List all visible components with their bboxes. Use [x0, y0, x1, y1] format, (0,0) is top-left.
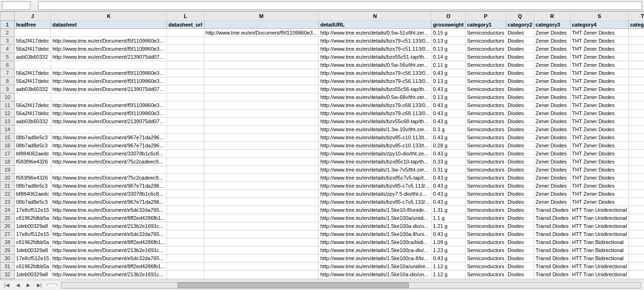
cell-m[interactable] [204, 222, 318, 230]
cell-s[interactable]: THT Zener Diodes [570, 166, 628, 174]
cell-k[interactable]: http://www.tme.eu/en/Document/2139075dd0… [51, 118, 167, 126]
cell-j[interactable]: leadfree [15, 21, 51, 29]
cell-p[interactable]: Semiconductors [465, 238, 506, 246]
cell-n[interactable]: detailURL [318, 21, 431, 29]
cell-k[interactable] [51, 166, 167, 174]
cell-o[interactable]: 1.1 g [432, 214, 466, 222]
cell-l[interactable] [167, 206, 204, 214]
cell-m[interactable] [204, 182, 318, 190]
cell-n[interactable]: http://www.tme.eu/en/details/1.5ke100ca-… [318, 246, 431, 254]
cell-n[interactable]: http://www.tme.eu/en/details/bzx79-c56.1… [318, 69, 431, 77]
cell-o[interactable]: 0.43 g [432, 198, 466, 206]
tab-nav-next[interactable]: ▶ [25, 282, 32, 288]
cell-s[interactable]: HTT Tran Unidirectional [570, 214, 628, 222]
cell-l[interactable] [167, 109, 204, 118]
cell-j[interactable]: 17e8cf512e15 [15, 230, 51, 238]
cell-s[interactable]: THT Zener Diodes [570, 134, 628, 142]
cell-l[interactable] [167, 198, 204, 206]
cell-m[interactable] [204, 126, 318, 134]
cell-t[interactable] [628, 182, 644, 190]
cell-n[interactable]: http://www.tme.eu/en/details/bzv85-c7v5.… [318, 182, 431, 190]
cell-l[interactable] [167, 45, 204, 53]
cell-l[interactable] [167, 214, 204, 222]
cell-q[interactable]: Diodes [506, 45, 534, 53]
cell-o[interactable]: 0.43 g [432, 101, 466, 109]
cell-r[interactable]: Zener Diodes [534, 37, 570, 45]
cell-r[interactable]: Transil Diodes [534, 206, 570, 214]
cell-r[interactable]: Zener Diodes [534, 45, 570, 53]
cell-p[interactable]: Semiconductors [465, 174, 506, 182]
cell-s[interactable]: THT Zener Diodes [570, 150, 628, 158]
cell-r[interactable]: Zener Diodes [534, 126, 570, 134]
cell-l[interactable] [167, 182, 204, 190]
cell-j[interactable]: 08b7ad8e5c3 [15, 182, 51, 190]
cell-o[interactable]: 0.43 g [432, 85, 466, 93]
col-header-S[interactable]: S [570, 12, 628, 21]
cell-q[interactable]: category2 [506, 21, 534, 29]
cell-m[interactable] [204, 190, 318, 198]
cell-k[interactable]: http://www.tme.eu/en/Document/f5f1109860… [51, 45, 167, 53]
cell-p[interactable]: Semiconductors [465, 254, 506, 263]
cell-o[interactable]: 0.13 g [432, 77, 466, 85]
cell-l[interactable] [167, 93, 204, 101]
cell-m[interactable] [204, 206, 318, 214]
cell-j[interactable]: 08b7ad8e5c3 [15, 198, 51, 206]
cell-m[interactable] [204, 158, 318, 166]
cell-m[interactable] [204, 246, 318, 254]
cell-q[interactable]: Diodes [506, 69, 534, 77]
cell-l[interactable] [167, 61, 204, 69]
cell-s[interactable]: THT Zener Diodes [570, 118, 628, 126]
cell-l[interactable] [167, 134, 204, 142]
cell-l[interactable] [167, 126, 204, 134]
col-header-R[interactable]: R [534, 12, 570, 21]
cell-l[interactable] [167, 263, 204, 271]
cell-k[interactable]: http://www.tme.eu/en/Document/33078b1c6c… [51, 150, 167, 158]
cell-k[interactable]: http://www.tme.eu/en/Document/e5dc32da76… [51, 230, 167, 238]
cell-j[interactable]: f583f96e4326 [15, 174, 51, 182]
cell-j[interactable]: 1deb00329a8 [15, 222, 51, 230]
cell-q[interactable]: Diodes [506, 190, 534, 198]
cell-o[interactable]: 0.28 g [432, 142, 466, 150]
cell-r[interactable]: category3 [534, 21, 570, 29]
cell-r[interactable]: Zener Diodes [534, 93, 570, 101]
cell-l[interactable] [167, 230, 204, 238]
cell-n[interactable]: http://www.tme.eu/en/details/bzx79-c51.1… [318, 45, 431, 53]
cell-k[interactable]: http://www.tme.eu/en/Document/75c2cadeec… [51, 174, 167, 182]
cell-r[interactable]: Zener Diodes [534, 142, 570, 150]
cell-l[interactable] [167, 53, 204, 61]
cell-o[interactable]: 0.43 g [432, 118, 466, 126]
cell-o[interactable]: 0.43 g [432, 69, 466, 77]
cell-n[interactable]: http://www.tme.eu/en/details/1.5ke10a-lf… [318, 279, 431, 280]
cell-k[interactable]: http://www.tme.eu/en/Document/967e71da29… [51, 134, 167, 142]
cell-k[interactable]: http://www.tme.eu/en/Document/967e71da29… [51, 198, 167, 206]
cell-j[interactable]: bf884062aedc [15, 190, 51, 198]
cell-j[interactable]: 56a2f417debc [15, 101, 51, 109]
cell-j[interactable]: aab03b60332 [15, 118, 51, 126]
cell-l[interactable] [167, 142, 204, 150]
cell-r[interactable]: Zener Diodes [534, 53, 570, 61]
cell-j[interactable]: c61962fdbb5a [15, 238, 51, 246]
cell-q[interactable]: Diodes [506, 101, 534, 109]
tab-nav-last[interactable]: ▶| [35, 282, 44, 288]
cell-l[interactable] [167, 271, 204, 279]
cell-r[interactable]: Zener Diodes [534, 150, 570, 158]
cell-m[interactable] [204, 69, 318, 77]
cell-n[interactable]: http://www.tme.eu/en/details/bzv85-c10.1… [318, 142, 431, 150]
cell-m[interactable] [204, 85, 318, 93]
cell-s[interactable]: THT Zener Diodes [570, 101, 628, 109]
cell-m[interactable] [204, 142, 318, 150]
cell-m[interactable] [204, 254, 318, 263]
col-header-M[interactable]: M [204, 12, 318, 21]
cell-q[interactable]: Diodes [506, 271, 534, 279]
cell-o[interactable]: 0.13 g [432, 37, 466, 45]
cell-j[interactable] [15, 166, 51, 174]
cell-r[interactable]: Zener Diodes [534, 158, 570, 166]
cell-o[interactable]: 0.43 g [432, 182, 466, 190]
cell-k[interactable] [51, 126, 167, 134]
cell-m[interactable] [204, 45, 318, 53]
cell-n[interactable]: http://www.tme.eu/en/details/bzx55c51-ta… [318, 53, 431, 61]
cell-k[interactable]: http://www.tme.eu/en/Document/2139075dd0… [51, 85, 167, 93]
cell-n[interactable]: http://www.tme.eu/en/details/1.5ke100a/u… [318, 214, 431, 222]
cell-l[interactable] [167, 85, 204, 93]
cell-t[interactable] [628, 77, 644, 85]
